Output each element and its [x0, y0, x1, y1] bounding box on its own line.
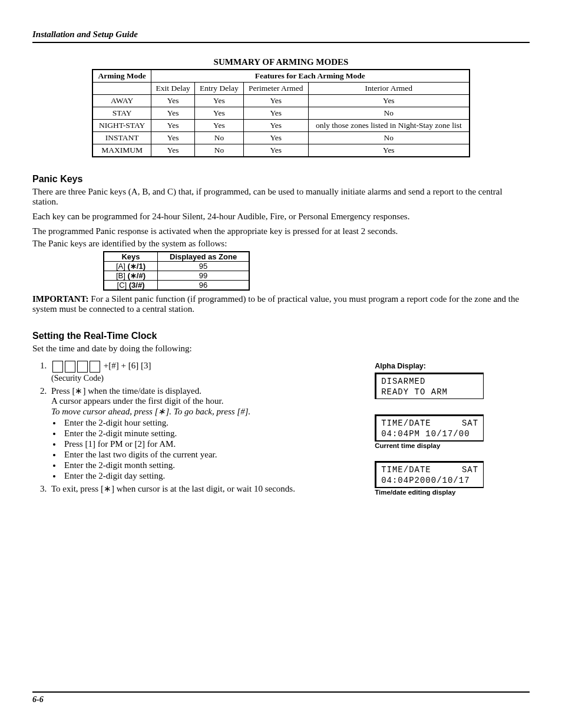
arming-table-title: SUMMARY OF ARMING MODES [32, 57, 530, 67]
arming-modes-table: Arming Mode Features for Each Arming Mod… [92, 69, 470, 157]
lcd-line: 04:04PM 10/17/00 [381, 429, 478, 440]
security-code-label: (Security Code) [51, 374, 357, 383]
important-note: IMPORTANT: For a Silent panic function (… [32, 294, 530, 314]
important-label: IMPORTANT: [32, 294, 89, 304]
step-3: To exit, press [∗] when cursor is at the… [49, 483, 357, 494]
lcd-line: 04:04P2000/10/17 [381, 476, 478, 486]
important-text: For a Silent panic function (if programm… [32, 294, 519, 314]
subhead-perimeter: Perimeter Armed [243, 83, 308, 95]
panic-p2: Each key can be programmed for 24-hour S… [32, 212, 530, 222]
col-arming-mode: Arming Mode [92, 70, 151, 83]
page-footer: 6-6 [32, 691, 530, 704]
bullet: Enter the 2-digit minute setting. [62, 429, 357, 439]
bullet: Enter the 2-digit month setting. [62, 460, 357, 470]
step2-bullets: Enter the 2-digit hour setting. Enter th… [62, 418, 357, 481]
subhead-interior: Interior Armed [308, 83, 469, 95]
step2-line2: A cursor appears under the first digit o… [51, 396, 223, 406]
step2-line1: Press [∗] when the time/date is displaye… [51, 386, 201, 396]
lcd-line: DISARMED [381, 377, 478, 387]
security-code-boxes [52, 361, 100, 373]
code-box [52, 361, 63, 373]
alpha-display-label: Alpha Display: [375, 362, 530, 370]
bullet: Enter the 2-digit hour setting. [62, 418, 357, 428]
panic-keys-heading: Panic Keys [32, 174, 530, 185]
panic-head-zone: Displayed as Zone [158, 252, 250, 262]
table-row: INSTANTYesNoYesNo [92, 132, 469, 144]
lcd-display-current-time: TIME/DATESAT 04:04PM 10/17/00 [375, 414, 484, 441]
step-2: Press [∗] when the time/date is displaye… [49, 386, 357, 481]
panic-keys-table: KeysDisplayed as Zone [A] (∗/1)95 [B] (∗… [103, 251, 250, 291]
step2-line3: To move cursor ahead, press [∗]. To go b… [51, 407, 250, 416]
lcd-caption-editing: Time/date editing display [375, 487, 484, 496]
panic-p1: There are three Panic keys (A, B, and C)… [32, 187, 530, 207]
panic-p3: The programmed Panic response is activat… [32, 226, 530, 236]
lcd-display-disarmed: DISARMED READY TO ARM [375, 373, 484, 399]
panic-head-keys: Keys [104, 252, 158, 262]
step1-suffix: +[#] + [6] [3] [101, 361, 151, 370]
table-row: [C] (3/#)96 [104, 281, 249, 291]
lcd-line: TIME/DATE [381, 465, 431, 476]
table-row: [A] (∗/1)95 [104, 262, 249, 271]
step-1: +[#] + [6] [3] (Security Code) [49, 361, 357, 383]
table-row: [B] (∗/#)99 [104, 271, 249, 281]
lcd-line: TIME/DATE [381, 419, 431, 429]
lcd-line: READY TO ARM [381, 387, 478, 398]
bullet: Press [1] for PM or [2] for AM. [62, 439, 357, 449]
lcd-line: SAT [462, 465, 478, 476]
col-features: Features for Each Arming Mode [151, 70, 469, 83]
table-row: STAYYesYesYesNo [92, 107, 469, 120]
clock-heading: Setting the Real-Time Clock [32, 331, 530, 341]
bullet: Enter the 2-digit day setting. [62, 471, 357, 481]
code-box [65, 361, 75, 373]
table-row: MAXIMUMYesNoYesYes [92, 144, 469, 157]
table-row: AWAYYesYesYesYes [92, 95, 469, 107]
subhead-exit: Exit Delay [151, 83, 194, 95]
page-header: Installation and Setup Guide [32, 29, 530, 43]
panic-p4: The Panic keys are identified by the sys… [32, 239, 530, 249]
clock-intro: Set the time and date by doing the follo… [32, 344, 530, 354]
subhead-entry: Entry Delay [195, 83, 243, 95]
code-box [90, 361, 100, 373]
clock-steps: +[#] + [6] [3] (Security Code) Press [∗]… [37, 361, 357, 494]
code-box [77, 361, 88, 373]
table-row: NIGHT-STAYYesYesYesonly those zones list… [92, 120, 469, 132]
lcd-caption-current: Current time display [375, 441, 484, 449]
bullet: Enter the last two digits of the current… [62, 450, 357, 460]
lcd-line: SAT [462, 419, 478, 429]
lcd-display-editing: TIME/DATESAT 04:04P2000/10/17 [375, 461, 484, 487]
